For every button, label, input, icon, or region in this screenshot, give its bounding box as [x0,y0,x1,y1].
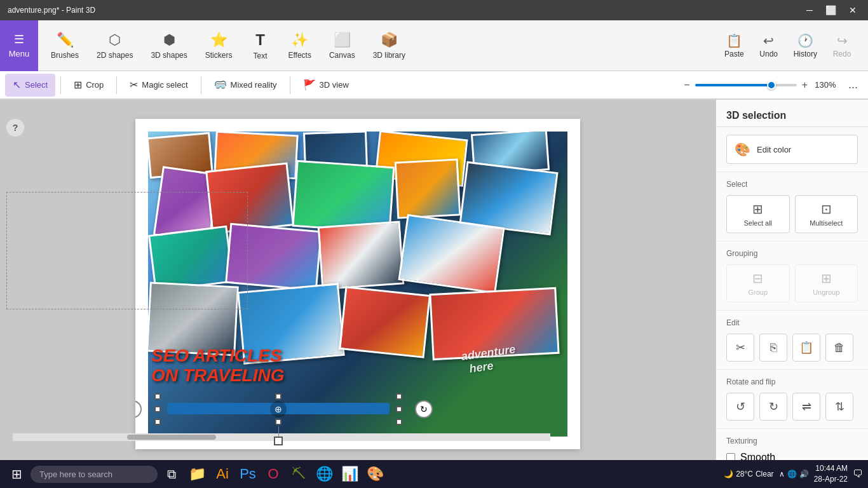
close-button[interactable]: ✕ [845,4,860,17]
select-arrow-icon: ↖ [13,79,21,91]
zoom-plus-icon[interactable]: + [802,79,808,91]
canvas-area[interactable]: ? [0,100,715,460]
magic-select-button[interactable]: ✂ Magic select [122,74,195,97]
smooth-checkbox[interactable] [726,453,735,460]
flip-vertical-button[interactable]: ⇅ [825,393,853,421]
3dshapes-icon: ⬢ [163,32,175,48]
paste-button[interactable]: 📋 Paste [718,24,750,68]
ungroup-button[interactable]: ⊞ Ungroup [795,264,858,302]
toolbar-separator-2 [116,76,117,94]
zoom-minus-icon[interactable]: − [684,79,689,91]
flip-horizontal-button[interactable]: ⇌ [792,393,820,421]
ribbon-tool-stickers[interactable]: ⭐ Stickers [198,24,240,68]
right-panel: 3D selection 🎨 Edit color Select ⊞ Selec… [715,100,868,460]
delete-button[interactable]: 🗑 [825,334,853,362]
ribbon-tool-3dlibrary[interactable]: 📦 3D library [365,24,413,68]
ribbon-tools: ✏️ Brushes ⬡ 2D shapes ⬢ 3D shapes ⭐ Sti… [38,24,718,68]
network-icon[interactable]: 🌐 [787,470,797,478]
menu-label: Menu [9,49,30,58]
zoom-slider-thumb[interactable] [767,81,776,90]
rotate-handle[interactable] [274,437,283,445]
3d-view-button[interactable]: 🚩 3D view [295,74,356,97]
scrollbar-thumb-h[interactable] [127,435,216,440]
undo-button[interactable]: ↩ Undo [753,24,785,68]
notification-icon[interactable]: 🗨 [853,468,863,480]
grouping-section: Grouping ⊟ Group ⊞ Ungroup [716,241,868,311]
clock-date: 28-Apr-22 [814,474,848,485]
ribbon-top: ☰ Menu ✏️ Brushes ⬡ 2D shapes ⬢ 3D shape… [0,20,868,71]
more-options-button[interactable]: ... [843,76,863,94]
maximize-button[interactable]: ⬜ [822,4,840,17]
file-explorer-app[interactable]: 📁 [186,463,208,485]
cut-icon: ✂ [736,341,745,355]
ungroup-icon: ⊞ [821,271,832,286]
paste-btn-panel[interactable]: 📋 [792,334,820,362]
group-button[interactable]: ⊟ Group [726,264,790,302]
ribbon-right: 📋 Paste ↩ Undo 🕐 History ↪ Redo [718,24,868,68]
selected-element-container: ⬇ ↻ ⊕ [154,393,402,425]
rotate-line [278,426,279,437]
photoshop-app[interactable]: Ps [236,463,259,485]
excel-app[interactable]: 📊 [338,463,361,485]
ribbon-tool-2dshapes[interactable]: ⬡ 2D shapes [89,24,140,68]
rotate-left-button[interactable]: ↺ [726,393,754,421]
zoom-control: − + 130% ... [684,76,863,94]
minecraft-app[interactable]: ⛏ [287,463,310,485]
magic-select-label: Magic select [142,80,187,90]
handle-mid-left[interactable] [154,406,161,412]
handle-mid-right[interactable] [396,406,402,412]
handle-top-right[interactable] [396,393,402,400]
select-tool-button[interactable]: ↖ Select [5,74,55,97]
paint3d-app[interactable]: 🎨 [363,463,386,485]
ribbon-tool-brushes[interactable]: ✏️ Brushes [43,24,86,68]
handle-top-mid[interactable] [275,393,281,400]
ribbon-tool-text[interactable]: T Text [242,24,278,68]
spin-handle[interactable]: ↻ [415,400,433,418]
rotate-flip-title: Rotate and flip [726,377,858,386]
ribbon-tool-3dshapes[interactable]: ⬢ 3D shapes [143,24,194,68]
color-palette-icon: 🎨 [735,142,750,157]
cut-button[interactable]: ✂ [726,334,754,362]
weather-indicator: 🌙 28°C Clear [724,470,774,478]
handle-bottom-right[interactable] [396,419,402,425]
illustrator-app[interactable]: Ai [211,463,234,485]
handle-bottom-left[interactable] [154,419,161,425]
select-tool-label: Select [25,80,48,90]
mixed-reality-button[interactable]: 🥽 Mixed reality [207,74,285,97]
menu-button[interactable]: ☰ Menu [0,20,38,71]
taskbar-search-input[interactable] [31,466,158,483]
window-controls: ─ ⬜ ✕ [803,4,860,17]
copy-button[interactable]: ⎘ [759,334,787,362]
rotate-right-button[interactable]: ↻ [759,393,787,421]
chrome-app[interactable]: 🌐 [313,463,336,485]
magic-select-icon: ✂ [130,79,138,91]
edit-color-button[interactable]: 🎨 Edit color [726,135,858,164]
clock[interactable]: 10:44 AM 28-Apr-22 [814,463,848,485]
move-icon[interactable]: ⬇ [135,400,142,418]
center-resize-icon[interactable]: ⊕ [270,401,287,417]
zoom-percent-value: 130% [813,80,838,90]
handle-top-left[interactable] [154,393,161,400]
multiselect-button[interactable]: ⊡ Multiselect [795,195,858,233]
select-section-title: Select [726,180,858,189]
select-section: Select ⊞ Select all ⊡ Multiselect [716,172,868,241]
zoom-slider-track[interactable] [695,84,797,86]
toolbar-separator-4 [290,76,290,94]
history-button[interactable]: 🕐 History [787,24,824,68]
expand-tray-icon[interactable]: ∧ [779,470,785,478]
crop-tool-button[interactable]: ⊞ Crop [66,74,111,97]
minimize-button[interactable]: ─ [803,4,817,17]
start-button[interactable]: ⊞ [5,463,28,485]
mixed-reality-icon: 🥽 [214,79,227,91]
2dshapes-icon: ⬡ [109,32,121,48]
volume-icon[interactable]: 🔊 [799,470,809,478]
redo-button[interactable]: ↪ Redo [826,24,858,68]
text-icon: T [255,31,265,49]
opera-app[interactable]: O [262,463,285,485]
select-all-button[interactable]: ⊞ Select all [726,195,790,233]
ribbon-tool-canvas[interactable]: ⬜ Canvas [322,24,363,68]
history-label: History [794,50,817,58]
ribbon-tool-effects[interactable]: ✨ Effects [280,24,318,68]
handle-bottom-mid[interactable] [275,419,281,425]
task-view-button[interactable]: ⧉ [160,463,183,485]
